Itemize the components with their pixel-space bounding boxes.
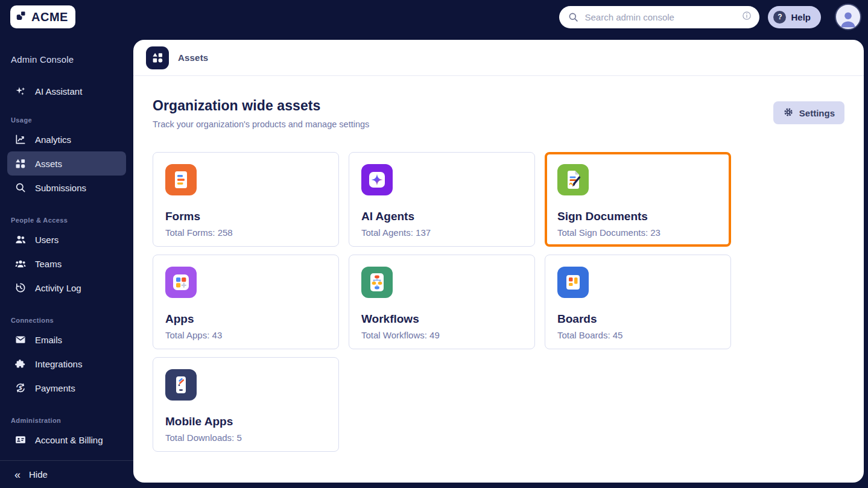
chevron-double-left-icon: « (14, 469, 21, 480)
card-title: Workflows (361, 312, 522, 326)
section-label-administration: Administration (11, 417, 133, 424)
admin-console-title: Admin Console (11, 54, 133, 65)
card-title: AI Agents (361, 210, 522, 223)
user-avatar[interactable] (835, 4, 861, 30)
boards-icon (557, 267, 589, 298)
clock-history-icon (14, 282, 27, 294)
sidebar-item-label: Users (35, 235, 59, 245)
gear-icon (783, 107, 794, 119)
assets-header-icon (146, 46, 169, 69)
card-sign-documents[interactable]: Sign Documents Total Sign Documents: 23 (545, 152, 731, 247)
sidebar-item-ai-assistant[interactable]: AI Assistant (7, 79, 126, 103)
card-title: Mobile Apps (165, 415, 326, 428)
currency-exchange-icon: $ (14, 382, 27, 394)
forms-icon (165, 164, 197, 195)
sidebar-item-label: AI Assistant (35, 86, 82, 97)
card-stat: Total Apps: 43 (165, 330, 326, 340)
acme-logo-icon (15, 9, 28, 25)
card-stat: Total Workflows: 49 (361, 330, 522, 340)
puzzle-icon (14, 358, 27, 370)
card-title: Apps (165, 312, 326, 326)
card-boards[interactable]: Boards Total Boards: 45 (545, 255, 731, 349)
sidebar-item-label: Analytics (35, 135, 71, 145)
sign-documents-icon (557, 164, 589, 195)
sidebar-item-teams[interactable]: Teams (7, 252, 126, 276)
sidebar-item-activity-log[interactable]: Activity Log (7, 276, 126, 300)
sparkles-icon (14, 85, 27, 97)
info-icon[interactable] (741, 10, 752, 24)
sidebar: Admin Console AI Assistant Usage Analyti… (0, 34, 133, 488)
card-stat: Total Agents: 137 (361, 227, 522, 238)
sidebar-item-assets[interactable]: Assets (7, 151, 126, 176)
panel-header: Assets (133, 40, 864, 76)
card-title: Forms (165, 210, 326, 223)
card-forms[interactable]: Forms Total Forms: 258 (153, 152, 339, 247)
sidebar-item-label: Emails (35, 335, 62, 345)
card-stat: Total Boards: 45 (557, 330, 718, 340)
sidebar-item-label: Payments (35, 383, 75, 393)
sidebar-item-label: Assets (35, 159, 62, 169)
top-bar: ACME ? Help (0, 0, 868, 34)
search-bar[interactable] (559, 6, 759, 28)
section-label-usage: Usage (11, 116, 133, 124)
teams-icon (14, 258, 27, 270)
settings-button[interactable]: Settings (773, 101, 844, 124)
svg-text:$: $ (19, 385, 22, 391)
hide-sidebar-button[interactable]: « Hide (0, 460, 133, 488)
card-workflows[interactable]: Workflows Total Workflows: 49 (349, 255, 535, 349)
sidebar-item-payments[interactable]: $ Payments (7, 376, 126, 400)
apps-icon (165, 267, 197, 298)
card-mobile-apps[interactable]: Mobile Apps Total Downloads: 5 (153, 357, 339, 452)
help-button[interactable]: ? Help (768, 6, 821, 28)
sidebar-item-integrations[interactable]: Integrations (7, 352, 126, 376)
sidebar-item-users[interactable]: Users (7, 227, 126, 252)
assets-grid-icon (14, 157, 27, 170)
help-button-label: Help (791, 12, 811, 22)
page-title: Organization wide assets (153, 98, 369, 114)
sidebar-item-label: Integrations (35, 359, 82, 369)
workflows-icon (361, 267, 393, 298)
sidebar-item-analytics[interactable]: Analytics (7, 127, 126, 151)
search-icon (567, 11, 579, 23)
search-input[interactable] (584, 12, 736, 22)
asset-cards-grid: Forms Total Forms: 258 AI Agents Total A… (153, 152, 844, 452)
card-stat: Total Forms: 258 (165, 227, 326, 238)
id-card-icon (14, 434, 27, 446)
ai-agents-icon (361, 164, 393, 195)
acme-logo[interactable]: ACME (10, 5, 75, 28)
sidebar-item-account-billing[interactable]: Account & Billing (7, 428, 126, 452)
person-icon (838, 8, 858, 29)
page-subtitle: Track your organization's products and m… (153, 119, 369, 129)
card-title: Sign Documents (557, 210, 718, 223)
envelope-icon (14, 334, 27, 346)
section-label-connections: Connections (11, 317, 133, 324)
sidebar-item-label: Teams (35, 259, 62, 269)
card-title: Boards (557, 312, 718, 326)
sidebar-item-label: Account & Billing (35, 435, 103, 445)
logo-text: ACME (31, 10, 68, 24)
card-stat: Total Downloads: 5 (165, 433, 326, 443)
sidebar-item-label: Activity Log (35, 283, 81, 293)
main-panel: Assets Organization wide assets Track yo… (133, 40, 864, 483)
sidebar-item-emails[interactable]: Emails (7, 328, 126, 352)
magnifier-icon (14, 182, 27, 194)
sidebar-item-label: Submissions (35, 183, 86, 193)
users-icon (14, 233, 27, 246)
card-ai-agents[interactable]: AI Agents Total Agents: 137 (349, 152, 535, 247)
question-mark-icon: ? (773, 11, 786, 24)
analytics-icon (14, 133, 27, 145)
section-label-people-access: People & Access (11, 217, 133, 224)
breadcrumb: Assets (178, 52, 208, 63)
card-apps[interactable]: Apps Total Apps: 43 (153, 255, 339, 349)
hide-label: Hide (29, 469, 48, 480)
sidebar-item-submissions[interactable]: Submissions (7, 176, 126, 200)
card-stat: Total Sign Documents: 23 (557, 227, 718, 238)
mobile-apps-icon (165, 369, 197, 401)
settings-button-label: Settings (799, 108, 835, 118)
